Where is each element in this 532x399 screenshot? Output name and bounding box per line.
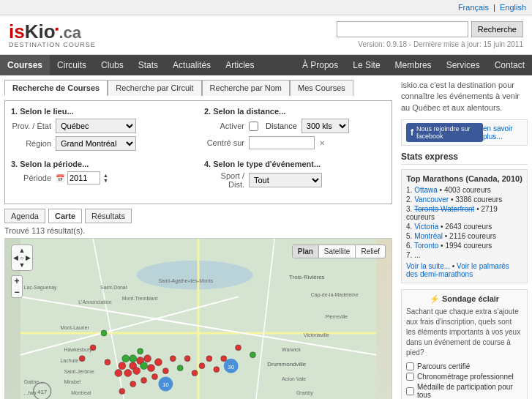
map-type-relief[interactable]: Relief (356, 245, 385, 258)
survey-label-3: Médaille de participation pour tous (417, 383, 522, 399)
svg-point-52 (115, 370, 122, 377)
survey-box: ⚡ Sondage éclair Sachant que chaque extr… (401, 289, 528, 399)
nav-membres[interactable]: Membres (388, 55, 439, 75)
map-type-buttons: Plan Satellite Relief (292, 245, 386, 258)
svg-point-44 (141, 362, 148, 370)
header: isKio■.ca DESTINATION COURSE Recherche V… (0, 15, 532, 55)
survey-check-3[interactable] (406, 387, 414, 395)
nav-articles[interactable]: Articles (218, 55, 261, 75)
stats-item-7: 7. ... (406, 251, 522, 259)
map-zoom-in[interactable]: + (14, 276, 19, 286)
map-tabs: Agenda Carte Résultats (4, 209, 392, 223)
svg-point-67 (236, 345, 241, 351)
section4-title: 4. Selon le type d'événement... (204, 160, 386, 168)
svg-point-47 (148, 365, 155, 372)
survey-label-2: Chronométrage professionnel (417, 373, 514, 381)
stats-title: Stats express (401, 152, 528, 165)
map-nav-down[interactable]: ▼ (19, 261, 26, 269)
svg-point-69 (221, 356, 227, 362)
nav-lesite[interactable]: Le Site (345, 55, 387, 75)
lang-fr-link[interactable]: Français (458, 3, 489, 12)
region-row: Région Grand Montréal (11, 136, 192, 151)
map-type-satellite[interactable]: Satellite (319, 245, 356, 258)
svg-text:Granby: Granby (296, 390, 313, 396)
region-select[interactable]: Grand Montréal (56, 136, 136, 151)
facebook-icon: f (411, 127, 413, 138)
map-nav-left[interactable]: ◀ (13, 254, 19, 261)
map-container[interactable]: 417 20 10 30 Trois-Rivières Cap-de-la-Ma… (4, 238, 392, 399)
svg-point-51 (122, 355, 130, 362)
facebook-button[interactable]: f Nous rejoindre sur facebook (406, 123, 483, 142)
periode-row: Période 📅 ▲ ▼ (11, 171, 192, 184)
see-more-link[interactable]: Voir la suite... (406, 262, 450, 270)
nav-contact[interactable]: Contact (487, 55, 532, 75)
stats-city-2[interactable]: Vancouver (414, 195, 449, 204)
activer-checkbox[interactable] (249, 122, 258, 131)
stats-city-3[interactable]: Toronto Waterfront (414, 205, 474, 213)
stats-city-1[interactable]: Ottawa (414, 186, 438, 194)
nav-services[interactable]: Services (439, 55, 487, 75)
nav-stats[interactable]: Stats (131, 55, 165, 75)
svg-point-63 (130, 381, 136, 387)
header-search-button[interactable]: Recherche (471, 21, 523, 37)
header-search-input[interactable] (337, 21, 468, 37)
svg-point-70 (90, 345, 96, 351)
nav-courses[interactable]: Courses (0, 55, 50, 75)
svg-text:30: 30 (228, 364, 234, 370)
svg-point-43 (133, 368, 141, 375)
form-section-periode: 3. Selon la période... Période 📅 ▲ ▼ (11, 160, 192, 192)
survey-check-2[interactable] (406, 373, 414, 381)
svg-point-48 (130, 355, 137, 362)
map-zoom-out[interactable]: − (14, 287, 19, 297)
survey-label-1: Parcours certifié (417, 362, 470, 370)
stats-item-1: 1. Ottawa • 4003 coureurs (406, 186, 522, 194)
tab-resultats[interactable]: Résultats (85, 209, 132, 223)
nav-actualites[interactable]: Actualités (165, 55, 218, 75)
nav-circuits[interactable]: Circuits (50, 55, 94, 75)
centre-input[interactable] (249, 136, 315, 149)
right-panel: iskio.ca c'est la destination pour conna… (397, 75, 532, 399)
stats-city-4[interactable]: Victoria (414, 223, 438, 231)
tab-mes-courses[interactable]: Mes Courses (290, 80, 353, 96)
lang-en-link[interactable]: English (500, 3, 526, 12)
svg-text:417: 417 (37, 389, 47, 395)
periode-label: Période (11, 174, 51, 182)
nav-clubs[interactable]: Clubs (94, 55, 131, 75)
periode-input[interactable] (67, 171, 100, 184)
fb-btn-text: Nous rejoindre sur facebook (416, 125, 479, 140)
periode-input-group: 📅 ▲ ▼ (56, 171, 108, 184)
stats-city-5[interactable]: Montréal (414, 232, 443, 240)
region-label: Région (11, 139, 51, 148)
content: Recherche de Courses Recherche par Circu… (0, 75, 532, 399)
svg-text:Gatine...: Gatine... (24, 379, 43, 384)
prov-select[interactable]: Québec (56, 119, 136, 133)
svg-text:Cap-de-la-Madeleine: Cap-de-la-Madeleine (311, 292, 359, 298)
nav-apropos[interactable]: À Propos (295, 55, 345, 75)
tab-recherche-circuit[interactable]: Recherche par Circuit (108, 80, 201, 96)
section1-title: 1. Selon le lieu... (11, 107, 192, 116)
map-nav-right[interactable]: ▶ (25, 254, 31, 261)
stats-city-6[interactable]: Toronto (414, 242, 438, 250)
search-form: 1. Selon le lieu... Prov. / État Québec … (4, 100, 392, 204)
map-nav-up[interactable]: ▲ (19, 247, 26, 254)
stats-box: Top Marathons (Canada, 2010) 1. Ottawa •… (401, 169, 528, 283)
centre-clear-icon[interactable]: ✕ (319, 139, 325, 147)
survey-check-1[interactable] (406, 362, 414, 370)
tab-recherche-courses[interactable]: Recherche de Courses (4, 80, 108, 96)
distance-select[interactable]: 300 kls (301, 119, 349, 133)
main-nav: Courses Circuits Clubs Stats Actualités … (0, 55, 532, 75)
sport-select[interactable]: Tout (249, 173, 322, 187)
periode-down-icon[interactable]: ▼ (103, 178, 108, 183)
tab-agenda[interactable]: Agenda (4, 209, 45, 223)
learn-more-link[interactable]: en savoir plus... (483, 124, 522, 141)
periode-up-icon[interactable]: ▲ (103, 173, 108, 178)
map-nav-center[interactable]: ○ (19, 255, 26, 261)
stats-item-3: 3. Toronto Waterfront • 2719 coureurs (406, 205, 522, 221)
map-type-plan[interactable]: Plan (293, 245, 319, 258)
activer-label: Activer (204, 122, 244, 130)
svg-text:Acton Vale: Acton Vale (282, 376, 306, 381)
tab-recherche-nom[interactable]: Recherche par Nom (202, 80, 290, 96)
tab-carte[interactable]: Carte (48, 209, 82, 223)
svg-point-54 (138, 348, 143, 354)
form-section-type: 4. Selon le type d'événement... Sport / … (204, 160, 386, 192)
